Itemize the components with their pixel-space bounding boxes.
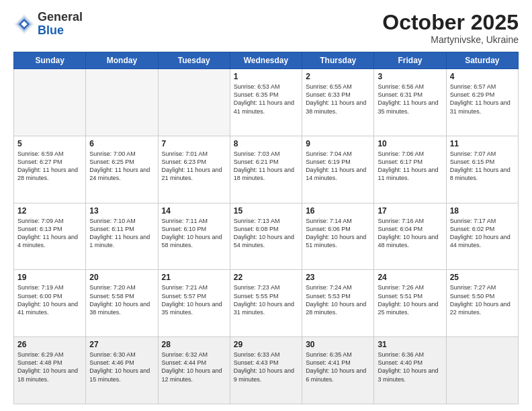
calendar-header-row: Sunday Monday Tuesday Wednesday Thursday… xyxy=(14,52,519,69)
day-info: Sunrise: 6:35 AM Sunset: 4:41 PM Dayligh… xyxy=(306,351,370,383)
day-number: 18 xyxy=(450,206,515,216)
day-number: 23 xyxy=(306,273,370,282)
day-info: Sunrise: 7:14 AM Sunset: 6:06 PM Dayligh… xyxy=(306,217,370,250)
day-info: Sunrise: 7:17 AM Sunset: 6:02 PM Dayligh… xyxy=(450,217,515,250)
day-number: 5 xyxy=(17,139,82,148)
day-info: Sunrise: 7:20 AM Sunset: 5:58 PM Dayligh… xyxy=(89,283,154,316)
day-info: Sunrise: 6:29 AM Sunset: 4:48 PM Dayligh… xyxy=(17,351,82,383)
table-row: 27Sunrise: 6:30 AM Sunset: 4:46 PM Dayli… xyxy=(86,337,158,404)
day-info: Sunrise: 7:06 AM Sunset: 6:17 PM Dayligh… xyxy=(378,150,442,183)
day-info: Sunrise: 7:11 AM Sunset: 6:10 PM Dayligh… xyxy=(162,217,226,250)
table-row: 14Sunrise: 7:11 AM Sunset: 6:10 PM Dayli… xyxy=(158,203,230,270)
table-row: 11Sunrise: 7:07 AM Sunset: 6:15 PM Dayli… xyxy=(446,136,518,203)
week-row-1: 1Sunrise: 6:53 AM Sunset: 6:35 PM Daylig… xyxy=(14,69,519,136)
day-number: 24 xyxy=(378,273,442,282)
calendar-table: Sunday Monday Tuesday Wednesday Thursday… xyxy=(13,52,519,404)
day-info: Sunrise: 7:23 AM Sunset: 5:55 PM Dayligh… xyxy=(234,283,298,316)
col-monday: Monday xyxy=(86,52,158,69)
day-number: 11 xyxy=(450,139,515,148)
day-info: Sunrise: 6:36 AM Sunset: 4:40 PM Dayligh… xyxy=(378,351,442,383)
table-row: 29Sunrise: 6:33 AM Sunset: 4:43 PM Dayli… xyxy=(230,337,302,404)
day-info: Sunrise: 7:01 AM Sunset: 6:23 PM Dayligh… xyxy=(162,150,226,183)
day-number: 27 xyxy=(89,340,154,349)
day-number: 17 xyxy=(378,206,442,216)
day-info: Sunrise: 7:13 AM Sunset: 6:08 PM Dayligh… xyxy=(234,217,298,250)
table-row: 31Sunrise: 6:36 AM Sunset: 4:40 PM Dayli… xyxy=(374,337,446,404)
week-row-3: 12Sunrise: 7:09 AM Sunset: 6:13 PM Dayli… xyxy=(14,203,519,270)
table-row: 25Sunrise: 7:27 AM Sunset: 5:50 PM Dayli… xyxy=(446,270,518,337)
day-number: 26 xyxy=(17,340,82,349)
table-row: 10Sunrise: 7:06 AM Sunset: 6:17 PM Dayli… xyxy=(374,136,446,203)
week-row-2: 5Sunrise: 6:59 AM Sunset: 6:27 PM Daylig… xyxy=(14,136,519,203)
title-block: October 2025 Martynivske, Ukraine xyxy=(382,11,519,45)
day-info: Sunrise: 7:09 AM Sunset: 6:13 PM Dayligh… xyxy=(17,217,82,250)
day-info: Sunrise: 7:16 AM Sunset: 6:04 PM Dayligh… xyxy=(378,217,442,250)
day-number: 14 xyxy=(162,206,226,216)
week-row-5: 26Sunrise: 6:29 AM Sunset: 4:48 PM Dayli… xyxy=(14,337,519,404)
day-info: Sunrise: 6:55 AM Sunset: 6:33 PM Dayligh… xyxy=(306,83,370,116)
logo: General Blue xyxy=(13,11,83,38)
table-row: 30Sunrise: 6:35 AM Sunset: 4:41 PM Dayli… xyxy=(302,337,374,404)
table-row xyxy=(86,69,158,136)
location-subtitle: Martynivske, Ukraine xyxy=(382,34,519,45)
day-info: Sunrise: 7:07 AM Sunset: 6:15 PM Dayligh… xyxy=(450,150,515,183)
col-friday: Friday xyxy=(374,52,446,69)
table-row: 20Sunrise: 7:20 AM Sunset: 5:58 PM Dayli… xyxy=(86,270,158,337)
table-row xyxy=(14,69,86,136)
table-row: 9Sunrise: 7:04 AM Sunset: 6:19 PM Daylig… xyxy=(302,136,374,203)
day-number: 28 xyxy=(162,340,226,349)
day-number: 9 xyxy=(306,139,370,148)
day-number: 4 xyxy=(450,72,515,81)
table-row: 15Sunrise: 7:13 AM Sunset: 6:08 PM Dayli… xyxy=(230,203,302,270)
table-row: 19Sunrise: 7:19 AM Sunset: 6:00 PM Dayli… xyxy=(14,270,86,337)
week-row-4: 19Sunrise: 7:19 AM Sunset: 6:00 PM Dayli… xyxy=(14,270,519,337)
day-number: 19 xyxy=(17,273,82,282)
table-row: 28Sunrise: 6:32 AM Sunset: 4:44 PM Dayli… xyxy=(158,337,230,404)
table-row: 7Sunrise: 7:01 AM Sunset: 6:23 PM Daylig… xyxy=(158,136,230,203)
day-number: 1 xyxy=(234,72,298,81)
table-row: 3Sunrise: 6:56 AM Sunset: 6:31 PM Daylig… xyxy=(374,69,446,136)
day-number: 2 xyxy=(306,72,370,81)
day-number: 8 xyxy=(234,139,298,148)
header: General Blue October 2025 Martynivske, U… xyxy=(13,11,519,45)
table-row: 18Sunrise: 7:17 AM Sunset: 6:02 PM Dayli… xyxy=(446,203,518,270)
day-info: Sunrise: 6:59 AM Sunset: 6:27 PM Dayligh… xyxy=(17,150,82,183)
logo-text: General Blue xyxy=(38,11,83,38)
day-info: Sunrise: 6:32 AM Sunset: 4:44 PM Dayligh… xyxy=(162,351,226,383)
day-number: 31 xyxy=(378,340,442,349)
table-row: 5Sunrise: 6:59 AM Sunset: 6:27 PM Daylig… xyxy=(14,136,86,203)
table-row: 22Sunrise: 7:23 AM Sunset: 5:55 PM Dayli… xyxy=(230,270,302,337)
day-number: 20 xyxy=(89,273,154,282)
table-row: 23Sunrise: 7:24 AM Sunset: 5:53 PM Dayli… xyxy=(302,270,374,337)
page: General Blue October 2025 Martynivske, U… xyxy=(0,0,532,411)
month-title: October 2025 xyxy=(382,11,519,34)
col-tuesday: Tuesday xyxy=(158,52,230,69)
day-info: Sunrise: 6:53 AM Sunset: 6:35 PM Dayligh… xyxy=(234,83,298,116)
day-number: 30 xyxy=(306,340,370,349)
table-row: 12Sunrise: 7:09 AM Sunset: 6:13 PM Dayli… xyxy=(14,203,86,270)
day-info: Sunrise: 7:21 AM Sunset: 5:57 PM Dayligh… xyxy=(162,283,226,316)
table-row xyxy=(158,69,230,136)
day-number: 21 xyxy=(162,273,226,282)
table-row: 2Sunrise: 6:55 AM Sunset: 6:33 PM Daylig… xyxy=(302,69,374,136)
table-row: 16Sunrise: 7:14 AM Sunset: 6:06 PM Dayli… xyxy=(302,203,374,270)
col-sunday: Sunday xyxy=(14,52,86,69)
col-thursday: Thursday xyxy=(302,52,374,69)
day-number: 16 xyxy=(306,206,370,216)
col-wednesday: Wednesday xyxy=(230,52,302,69)
day-info: Sunrise: 7:10 AM Sunset: 6:11 PM Dayligh… xyxy=(89,217,154,250)
day-number: 12 xyxy=(17,206,82,216)
day-info: Sunrise: 7:24 AM Sunset: 5:53 PM Dayligh… xyxy=(306,283,370,316)
day-info: Sunrise: 7:27 AM Sunset: 5:50 PM Dayligh… xyxy=(450,283,515,316)
day-info: Sunrise: 6:57 AM Sunset: 6:29 PM Dayligh… xyxy=(450,83,515,116)
table-row: 13Sunrise: 7:10 AM Sunset: 6:11 PM Dayli… xyxy=(86,203,158,270)
table-row: 24Sunrise: 7:26 AM Sunset: 5:51 PM Dayli… xyxy=(374,270,446,337)
day-info: Sunrise: 7:03 AM Sunset: 6:21 PM Dayligh… xyxy=(234,150,298,183)
table-row: 6Sunrise: 7:00 AM Sunset: 6:25 PM Daylig… xyxy=(86,136,158,203)
day-number: 25 xyxy=(450,273,515,282)
day-info: Sunrise: 7:04 AM Sunset: 6:19 PM Dayligh… xyxy=(306,150,370,183)
logo-blue: Blue xyxy=(38,24,64,37)
table-row: 17Sunrise: 7:16 AM Sunset: 6:04 PM Dayli… xyxy=(374,203,446,270)
day-number: 13 xyxy=(89,206,154,216)
day-number: 10 xyxy=(378,139,442,148)
